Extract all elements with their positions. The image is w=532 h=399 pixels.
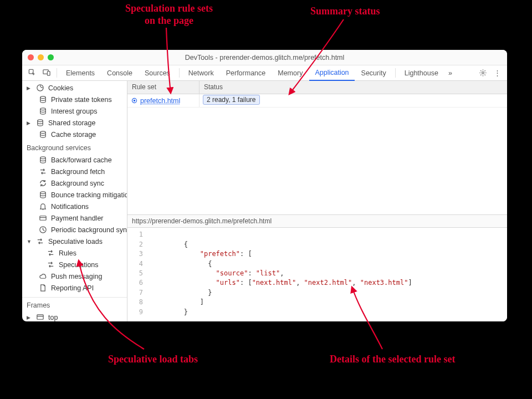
- sidebar-item-label: top: [48, 314, 58, 321]
- sidebar-item-push[interactable]: Push messaging: [22, 270, 127, 282]
- tab-lighthouse[interactable]: Lighthouse: [399, 65, 444, 80]
- line-gutter: 1 2 3 4 5 6 7 8 9: [127, 228, 147, 321]
- file-icon: [39, 284, 47, 292]
- rule-link-text: prefetch.html: [140, 97, 180, 105]
- transfer-icon: [39, 167, 47, 176]
- transfer-icon: [47, 249, 55, 257]
- sidebar-item-label: Interest groups: [51, 108, 97, 115]
- annotation-load-tabs: Speculative load tabs: [108, 354, 198, 366]
- sidebar-item-label: Background fetch: [51, 168, 105, 176]
- annotation-details: Details of the selected rule set: [330, 354, 455, 366]
- credit-card-icon: [39, 214, 47, 222]
- svg-point-3: [482, 72, 484, 74]
- sidebar-item-bg-fetch[interactable]: Background fetch: [22, 166, 127, 177]
- col-header-status[interactable]: Status: [200, 81, 507, 94]
- frame-icon: [36, 313, 44, 321]
- tab-security[interactable]: Security: [356, 65, 392, 80]
- code-view: 1 2 3 4 5 6 7 8 9 { "prefetch": [ { "sou…: [127, 228, 507, 321]
- sidebar-item-cookies[interactable]: Cookies: [22, 82, 127, 94]
- sidebar-item-shared-storage[interactable]: Shared storage: [22, 117, 127, 129]
- close-icon[interactable]: [28, 54, 34, 60]
- source-url: https://prerender-demos.glitch.me/prefet…: [127, 214, 507, 228]
- annotation-rule-sets: Speculation rule setson the page: [103, 3, 236, 27]
- sidebar-item-label: Back/forward cache: [51, 156, 112, 164]
- sidebar-item-label: Cache storage: [51, 131, 96, 139]
- tab-performance[interactable]: Performance: [221, 65, 272, 80]
- sidebar-item-cache-storage[interactable]: Cache storage: [22, 129, 127, 140]
- zoom-icon[interactable]: [48, 54, 54, 60]
- sidebar-item-rules[interactable]: Rules: [22, 247, 127, 259]
- target-icon: [131, 97, 138, 104]
- sidebar-item-label: Bounce tracking mitigations: [51, 191, 127, 199]
- clock-icon: [39, 226, 47, 234]
- bell-icon: [39, 202, 47, 211]
- transfer-icon: [36, 237, 44, 245]
- svg-point-7: [38, 120, 43, 122]
- sidebar-item-bfcache[interactable]: Back/forward cache: [22, 154, 127, 166]
- status-badge[interactable]: 2 ready, 1 failure: [203, 95, 260, 105]
- database-icon: [39, 156, 47, 164]
- tab-memory[interactable]: Memory: [272, 65, 308, 80]
- titlebar: DevTools - prerender-demos.glitch.me/pre…: [22, 50, 507, 65]
- svg-point-10: [40, 192, 45, 194]
- tab-console[interactable]: Console: [101, 65, 138, 80]
- more-tabs-icon[interactable]: »: [445, 65, 456, 80]
- svg-point-15: [134, 100, 135, 101]
- grid-header: Rule set Status: [127, 81, 507, 94]
- cookies-icon: [36, 84, 44, 92]
- sidebar-item-notifications[interactable]: Notifications: [22, 201, 127, 212]
- sync-icon: [39, 179, 47, 187]
- sidebar-item-label: Speculative loads: [48, 238, 103, 245]
- svg-point-9: [40, 157, 45, 159]
- svg-rect-11: [40, 216, 46, 221]
- col-header-rule[interactable]: Rule set: [127, 81, 200, 94]
- database-icon: [39, 107, 47, 115]
- sidebar-item-pst[interactable]: Private state tokens: [22, 94, 127, 105]
- sidebar-item-bounce[interactable]: Bounce tracking mitigations: [22, 189, 127, 201]
- database-icon: [39, 95, 47, 104]
- grid-empty-area: [127, 108, 507, 214]
- table-row[interactable]: prefetch.html 2 ready, 1 failure: [127, 94, 507, 108]
- database-icon: [39, 130, 47, 139]
- svg-point-6: [40, 108, 45, 110]
- annotation-summary-status: Summary status: [310, 6, 380, 18]
- sidebar-item-label: Payment handler: [51, 214, 104, 222]
- sidebar-section-frames: Frames: [22, 298, 127, 311]
- sidebar-item-reporting-api[interactable]: Reporting API: [22, 282, 127, 294]
- sidebar-section-bg-services: Background services: [22, 140, 127, 154]
- svg-point-8: [40, 131, 45, 134]
- tab-application[interactable]: Application: [309, 65, 354, 81]
- main-panel: Rule set Status prefetch.html 2 ready, 1…: [127, 81, 507, 321]
- sidebar-item-label: Reporting API: [51, 284, 94, 292]
- sidebar-item-speculations[interactable]: Speculations: [22, 259, 127, 270]
- top-tabbar: Elements Console Sources Network Perform…: [22, 65, 507, 81]
- sidebar-item-interest-groups[interactable]: Interest groups: [22, 105, 127, 117]
- code-body[interactable]: { "prefetch": [ { "source": "list", "url…: [147, 228, 417, 321]
- tab-elements[interactable]: Elements: [60, 65, 100, 80]
- tab-sources[interactable]: Sources: [139, 65, 176, 80]
- cell-status: 2 ready, 1 failure: [200, 94, 507, 107]
- database-icon: [39, 191, 47, 199]
- cell-rule-link[interactable]: prefetch.html: [127, 94, 200, 107]
- sidebar-item-label: Speculations: [59, 261, 99, 269]
- sidebar-item-label: Push messaging: [51, 273, 102, 280]
- sidebar-item-top-frame[interactable]: top: [22, 311, 127, 321]
- cloud-icon: [39, 272, 47, 280]
- svg-point-5: [40, 96, 45, 99]
- device-icon[interactable]: [40, 65, 53, 80]
- sidebar-item-bg-sync[interactable]: Background sync: [22, 177, 127, 189]
- sidebar-item-speculative-loads[interactable]: Speculative loads: [22, 236, 127, 247]
- sidebar-item-periodic-sync[interactable]: Periodic background sync: [22, 224, 127, 236]
- minimize-icon[interactable]: [38, 54, 44, 60]
- tab-network[interactable]: Network: [183, 65, 219, 80]
- database-icon: [36, 119, 44, 127]
- svg-rect-2: [47, 71, 50, 76]
- settings-icon[interactable]: [476, 65, 489, 80]
- sidebar-item-label: Shared storage: [48, 119, 95, 127]
- devtools-window: DevTools - prerender-demos.glitch.me/pre…: [22, 50, 507, 321]
- sidebar-item-payment[interactable]: Payment handler: [22, 212, 127, 224]
- sidebar-item-label: Private state tokens: [51, 96, 112, 104]
- kebab-icon[interactable]: ⋮: [490, 65, 504, 80]
- inspect-icon[interactable]: [25, 65, 39, 80]
- sidebar-item-label: Rules: [59, 249, 76, 257]
